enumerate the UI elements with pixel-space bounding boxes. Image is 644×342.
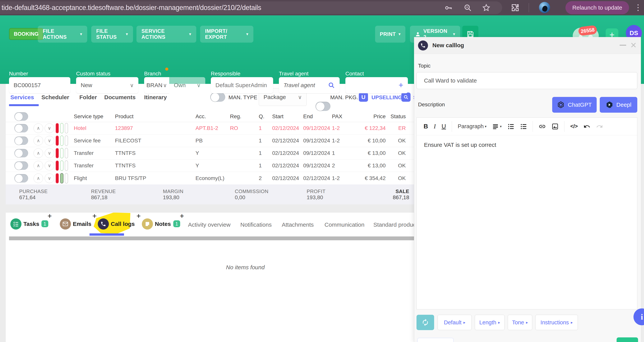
branch-scope-select[interactable]: Own ∨ — [169, 77, 205, 93]
move-up-button[interactable]: ∧ — [34, 123, 43, 133]
travel-agent-search-input[interactable]: Travel agent — [279, 77, 340, 93]
move-down-button[interactable]: ∨ — [45, 136, 54, 145]
custom-status-select[interactable]: New ∨ — [76, 77, 138, 93]
link-button[interactable] — [538, 123, 546, 130]
empty-state-text: No items found — [140, 264, 351, 271]
service-row[interactable]: ∧ ∨ Transfer TTNTFS Y 1 02/12/2024 09/12… — [6, 159, 428, 172]
regenerate-button[interactable] — [416, 315, 434, 330]
branch-select[interactable]: BRAN ∨ — [144, 77, 169, 93]
search-services-badge[interactable] — [401, 92, 410, 102]
tab-tasks[interactable]: Tasks — [24, 221, 39, 227]
code-view-button[interactable]: </> — [570, 123, 578, 129]
tab-itinerary[interactable]: Itinerary — [144, 94, 167, 101]
tab-documents[interactable]: Documents — [104, 94, 136, 101]
description-label: Description — [418, 102, 445, 108]
save-button-partial[interactable] — [616, 337, 638, 342]
ai-default-button[interactable]: Default▸ — [438, 315, 472, 330]
editor-content[interactable]: Ensure VAT is set up correct — [424, 142, 496, 148]
tab-attachments[interactable]: Attachments — [282, 222, 314, 228]
print-menu[interactable]: PRINT▾ — [375, 26, 406, 43]
horizontal-scrollbar[interactable] — [9, 236, 423, 240]
select-all-toggle[interactable] — [14, 112, 28, 120]
add-email-button[interactable]: + — [92, 212, 96, 220]
service-row[interactable]: ∧ ∨ Flight BRU TFS/TP Economy(L) 2 02/12… — [6, 172, 428, 185]
add-call-log-button[interactable]: + — [136, 212, 141, 220]
row-toggle[interactable] — [14, 136, 28, 145]
call-logs-icon — [98, 218, 109, 230]
tab-communication[interactable]: Communication — [324, 222, 364, 228]
move-up-button[interactable]: ∧ — [34, 174, 43, 183]
row-toggle[interactable] — [14, 174, 28, 182]
chevron-down-icon: ∨ — [298, 94, 302, 100]
tab-notes[interactable]: Notes — [155, 221, 171, 227]
relaunch-button[interactable]: Relaunch to update — [566, 1, 629, 14]
profile-avatar[interactable] — [539, 2, 550, 13]
man-pkg-toggle[interactable] — [316, 102, 330, 111]
extensions-icon[interactable] — [510, 3, 520, 12]
service-row[interactable]: ∧ ∨ Transfer TTNTFS Y 1 02/12/2024 09/12… — [6, 147, 428, 159]
ai-instructions-button[interactable]: Instructions▸ — [535, 315, 578, 330]
cancel-button-partial[interactable] — [417, 338, 454, 342]
upselling-badge[interactable]: U — [359, 92, 368, 102]
tab-call-logs[interactable]: Call logs — [111, 221, 135, 227]
responsible-input[interactable]: Default SuperAdmin — [211, 77, 273, 93]
file-status-menu[interactable]: FILE STATUS▾ — [91, 26, 133, 43]
add-contact-icon[interactable]: + — [398, 81, 403, 90]
notes-icon — [142, 218, 153, 230]
move-up-button[interactable]: ∧ — [34, 136, 43, 145]
bullet-list-button[interactable] — [520, 123, 527, 130]
align-button[interactable]: ▾ — [492, 123, 502, 130]
man-type-toggle[interactable] — [210, 92, 225, 102]
add-note-button[interactable]: + — [180, 212, 184, 220]
status-pills — [56, 135, 74, 146]
description-editor[interactable]: B I U Paragraph▾ ▾ — [416, 117, 637, 309]
underline-button[interactable]: U — [442, 123, 446, 130]
tab-services[interactable]: Services — [10, 94, 34, 101]
move-up-button[interactable]: ∧ — [34, 161, 43, 170]
browser-menu-icon[interactable]: ⋮ — [634, 3, 642, 12]
tab-standard-product[interactable]: Standard product — [373, 222, 418, 228]
contact-input[interactable]: + — [346, 77, 408, 93]
status-pills — [56, 148, 74, 158]
url-text[interactable]: tide-default3468-acceptance.tidesoftware… — [2, 0, 261, 15]
chatgpt-button[interactable]: ChatGPT — [552, 97, 597, 113]
ordered-list-button[interactable] — [507, 123, 514, 130]
tab-folder[interactable]: Folder — [79, 94, 97, 101]
bold-button[interactable]: B — [424, 123, 428, 130]
add-task-button[interactable]: + — [48, 212, 52, 220]
italic-button[interactable]: I — [434, 123, 436, 130]
image-button[interactable] — [552, 123, 558, 130]
ai-length-button[interactable]: Length▸ — [475, 315, 505, 330]
move-down-button[interactable]: ∨ — [45, 148, 54, 158]
zoom-out-icon[interactable] — [464, 4, 472, 12]
row-toggle[interactable] — [14, 149, 28, 157]
search-icon[interactable] — [328, 82, 335, 89]
minimize-icon[interactable] — [620, 45, 626, 46]
import-export-menu[interactable]: IMPORT/ EXPORT▾ — [200, 26, 254, 43]
service-row[interactable]: ∧ ∨ Hotel 123897 APT.B1-2 RO 1 02/12/202… — [6, 122, 428, 134]
number-input[interactable]: BC000157 — [9, 77, 70, 93]
caret-down-icon: ▾ — [126, 32, 128, 37]
key-icon[interactable] — [444, 4, 453, 12]
move-up-button[interactable]: ∧ — [34, 148, 43, 158]
row-toggle[interactable] — [14, 124, 28, 132]
tab-activity-overview[interactable]: Activity overview — [188, 222, 230, 228]
paragraph-style-select[interactable]: Paragraph▾ — [458, 123, 486, 129]
service-actions-menu[interactable]: SERVICE ACTIONS▾ — [136, 26, 196, 43]
tab-scheduler[interactable]: Scheduler — [42, 94, 69, 101]
close-icon[interactable] — [630, 42, 637, 49]
topic-input[interactable]: Call Ward to validate — [416, 72, 637, 89]
move-down-button[interactable]: ∨ — [45, 123, 54, 133]
row-toggle[interactable] — [14, 161, 28, 170]
bookmark-star-icon[interactable] — [482, 4, 491, 12]
move-down-button[interactable]: ∨ — [45, 161, 54, 170]
ai-tone-button[interactable]: Tone▸ — [508, 315, 532, 330]
tab-emails[interactable]: Emails — [73, 221, 92, 227]
tab-notifications[interactable]: Notifications — [240, 222, 272, 228]
file-actions-menu[interactable]: FILE ACTIONS▾ — [38, 26, 87, 43]
redo-button[interactable] — [596, 123, 603, 130]
deepl-button[interactable]: Deepl — [600, 97, 637, 113]
move-down-button[interactable]: ∨ — [45, 174, 54, 183]
service-row[interactable]: ∧ ∨ Service fee FILECOST PB 1 02/12/2024… — [6, 134, 428, 147]
undo-button[interactable] — [584, 123, 590, 130]
